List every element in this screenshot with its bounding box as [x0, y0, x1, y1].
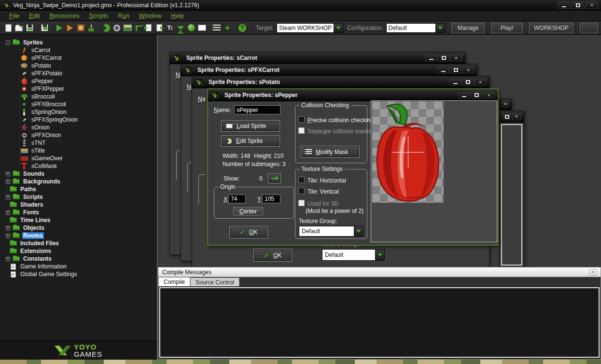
tree-item-scolmask[interactable]: sColMask — [2, 162, 155, 170]
origin-y-input[interactable] — [262, 195, 280, 203]
tree-item-spfxpotato[interactable]: sPFXPotato — [2, 70, 155, 77]
create-executable-icon[interactable] — [39, 23, 50, 33]
target-dropdown-arrow-icon[interactable] — [334, 24, 343, 32]
tree-folder-sounds[interactable]: +Sounds — [2, 170, 155, 178]
menu-window[interactable]: Window — [135, 11, 166, 20]
tree-item-stnt[interactable]: sTNT — [2, 139, 155, 147]
minimize-button[interactable] — [437, 67, 449, 73]
minimize-button[interactable] — [458, 92, 470, 98]
close-button[interactable]: × — [475, 79, 486, 85]
tab-compile[interactable]: Compile — [158, 277, 190, 286]
edit-sprite-button[interactable]: Edit Sprite — [221, 135, 280, 147]
main-titlebar[interactable]: Veg_Ninja_Swipe_Demo1.project.gmx - Prof… — [0, 0, 601, 11]
next-subimage-button[interactable] — [268, 173, 281, 183]
tree-folder-constants[interactable]: +Constants — [2, 255, 155, 263]
hidden-window-fragment-2[interactable]: × — [499, 111, 524, 267]
workshop-button[interactable]: WORKSHOP — [529, 23, 573, 33]
add-resource-icon[interactable]: + — [222, 23, 233, 33]
new-project-icon[interactable] — [3, 23, 14, 33]
menu-file[interactable]: File — [5, 11, 24, 20]
tree-folder-rooms[interactable]: +Rooms — [2, 232, 155, 239]
tile-vertical-checkbox[interactable] — [298, 188, 305, 194]
spfxcarrot-titlebar[interactable]: Sprite Properties: sPFXCarrot × — [181, 64, 477, 76]
spepper-titlebar[interactable]: Sprite Properties: sPepper × — [208, 89, 498, 101]
menu-scripts[interactable]: Scripts — [85, 11, 113, 20]
help-icon[interactable]: ? — [237, 23, 248, 33]
menu-run[interactable]: Run — [113, 11, 134, 20]
maximize-button[interactable] — [450, 67, 461, 73]
tree-folder-sprites[interactable]: - Sprites — [2, 39, 155, 46]
close-button[interactable]: × — [512, 113, 521, 120]
tree-item-spfxcarrot[interactable]: sPFXCarrot — [2, 54, 155, 62]
ok-button[interactable]: ✓ OK — [229, 226, 268, 238]
tree-folder-objects[interactable]: +Objects — [2, 224, 155, 232]
create-font-icon[interactable]: Tt — [165, 23, 175, 33]
create-timeline-icon[interactable] — [175, 23, 186, 33]
hidden-window-fragment-1[interactable]: × — [499, 98, 512, 110]
run-icon[interactable] — [54, 23, 65, 33]
maximize-button[interactable] — [503, 113, 511, 120]
texture-group-dropdown[interactable]: Default — [322, 249, 385, 261]
texture-group-dropdown[interactable]: Default — [299, 226, 363, 237]
tree-folder-scripts[interactable]: +Scripts — [2, 193, 155, 201]
menu-resources[interactable]: Resources — [45, 11, 84, 20]
tree-item-spotato[interactable]: sPotato — [2, 62, 155, 70]
tree-folder-fonts[interactable]: +Fonts — [2, 209, 155, 216]
minimize-button[interactable] — [449, 79, 461, 85]
stop-icon[interactable] — [75, 23, 86, 33]
configuration-dropdown-arrow-icon[interactable] — [435, 24, 445, 32]
create-background-icon[interactable] — [122, 23, 133, 33]
modify-mask-button[interactable]: Modify Mask — [301, 146, 360, 158]
close-button[interactable]: × — [450, 55, 462, 61]
tab-source-control[interactable]: Source Control — [190, 278, 239, 286]
create-object-icon[interactable] — [186, 23, 196, 33]
minimize-button[interactable] — [425, 55, 437, 61]
create-sprite-icon[interactable] — [101, 23, 112, 33]
play-button[interactable]: Play! — [491, 23, 523, 33]
tree-item-sonion[interactable]: sOnion — [2, 124, 155, 131]
load-sprite-button[interactable]: Load Sprite — [221, 120, 280, 132]
spotato-titlebar[interactable]: Sprite Properties: sPotato × — [192, 76, 489, 88]
used-for-3d-checkbox[interactable] — [298, 200, 305, 206]
clean-cache-icon[interactable] — [86, 23, 97, 33]
close-button[interactable]: × — [462, 67, 474, 73]
tree-item-game-information[interactable]: iGame Information — [2, 263, 155, 270]
collapse-box-icon[interactable]: - — [6, 41, 10, 45]
run-debug-icon[interactable] — [65, 23, 75, 33]
open-project-icon[interactable] — [14, 23, 24, 33]
create-room-icon[interactable] — [196, 23, 207, 33]
settings-list-icon[interactable] — [211, 23, 222, 33]
tree-item-spfxonion[interactable]: sPFXOnion — [2, 131, 155, 139]
precise-collision-checkbox[interactable] — [298, 116, 305, 123]
maximize-button[interactable] — [471, 92, 482, 98]
configuration-dropdown[interactable]: Default — [386, 23, 445, 33]
tree-item-stitle[interactable]: sTitle — [2, 147, 155, 154]
tree-item-scarrot[interactable]: sCarrot — [2, 46, 155, 54]
dropdown-arrow-icon[interactable] — [375, 250, 384, 260]
minimize-button[interactable] — [558, 1, 570, 9]
tree-item-sgameover[interactable]: sGameOver — [2, 154, 155, 162]
scarrot-titlebar[interactable]: Sprite Properties: sCarrot × — [170, 52, 465, 64]
tree-item-sspringonion[interactable]: sSpringOnion — [2, 108, 155, 116]
center-origin-button[interactable]: Center — [233, 207, 263, 215]
tree-folder-extensions[interactable]: Extensions — [2, 247, 155, 255]
tree-item-sbroccoli[interactable]: sBroccoli — [2, 93, 155, 100]
close-button[interactable]: × — [503, 101, 508, 108]
ok-button[interactable]: ✓ OK — [253, 249, 292, 262]
tile-horizontal-checkbox[interactable] — [298, 177, 305, 183]
tree-item-spfxpepper[interactable]: sPFXPepper — [2, 85, 155, 93]
save-project-icon[interactable] — [24, 23, 35, 33]
compile-messages-header[interactable]: Compile Messages ✕ — [158, 267, 601, 277]
manage-button[interactable]: Manage — [451, 23, 485, 33]
tree-folder-timelines[interactable]: Time Lines — [2, 216, 155, 224]
tree-folder-paths[interactable]: Paths — [2, 185, 155, 193]
create-shader-icon[interactable] — [154, 23, 165, 33]
menu-edit[interactable]: Edit — [25, 11, 44, 20]
tree-item-spepper[interactable]: sPepper — [2, 77, 155, 85]
menu-help[interactable]: Help — [167, 11, 188, 20]
create-path-icon[interactable] — [133, 23, 143, 33]
tree-folder-shaders[interactable]: Shaders — [2, 201, 155, 209]
dropdown-arrow-icon[interactable] — [354, 226, 363, 236]
tree-item-spfxspringonion[interactable]: sPFXSpringOnion — [2, 116, 155, 124]
origin-x-input[interactable] — [228, 195, 246, 203]
